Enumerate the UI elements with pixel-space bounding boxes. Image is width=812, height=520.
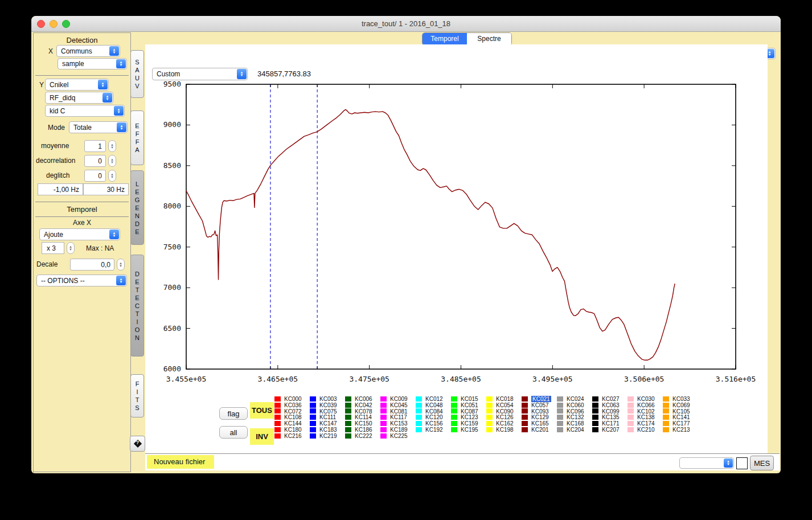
x3-stepper[interactable]: ▲▼ — [67, 242, 75, 254]
legend-item[interactable]: KC174 — [628, 420, 663, 427]
select-stepper-icon[interactable]: ▲▼ — [98, 80, 108, 89]
legend-item[interactable]: KC012 — [416, 396, 451, 402]
select-stepper-icon[interactable]: ▲▼ — [116, 276, 126, 285]
flag-button[interactable]: flag — [219, 407, 248, 420]
select-stepper-icon[interactable]: ▲▼ — [102, 93, 112, 103]
legend-item[interactable]: KC006 — [345, 396, 380, 402]
select-stepper-icon[interactable]: ▲▼ — [724, 458, 733, 468]
legend-item[interactable]: KC018 — [486, 396, 522, 402]
vertical-button-sauv[interactable]: S A U V — [130, 50, 144, 98]
nouveau-fichier-button[interactable]: Nouveau fichier — [147, 455, 214, 469]
legend-item[interactable]: KC171 — [592, 420, 628, 427]
legend-item[interactable]: KC000 — [274, 396, 310, 402]
mes-checkbox[interactable] — [736, 457, 748, 469]
moyenne-stepper[interactable]: ▲▼ — [108, 140, 116, 152]
legend-item[interactable]: KC177 — [663, 420, 698, 427]
legend-item[interactable]: KC111 — [310, 414, 345, 420]
select-stepper-icon[interactable]: ▲▼ — [116, 59, 126, 68]
legend-item[interactable]: KC057 — [522, 402, 557, 408]
legend-item[interactable]: KC087 — [451, 408, 486, 415]
legend-item[interactable]: KC009 — [380, 396, 416, 402]
legend-item[interactable]: KC168 — [557, 420, 592, 427]
decale-field[interactable]: 0,0 — [70, 259, 114, 271]
legend-item[interactable]: KC141 — [663, 414, 698, 420]
decorrelation-field[interactable]: 0 — [84, 155, 106, 167]
legend-item[interactable]: KC144 — [274, 420, 310, 427]
all-button[interactable]: all — [219, 426, 248, 439]
legend-item[interactable]: KC114 — [345, 414, 380, 420]
legend-item[interactable]: KC003 — [310, 396, 345, 402]
legend-item[interactable]: KC117 — [380, 414, 416, 420]
legend-item[interactable]: KC165 — [522, 420, 557, 427]
legend-item[interactable]: KC210 — [628, 427, 663, 433]
legend-item[interactable]: KC222 — [345, 433, 380, 439]
kid-select[interactable]: kid C ▲▼ — [45, 105, 125, 117]
legend-item[interactable]: KC045 — [380, 402, 416, 408]
deglitch-stepper[interactable]: ▲▼ — [108, 170, 116, 182]
legend-item[interactable]: KC150 — [345, 420, 380, 427]
x-variable-select[interactable]: Communs ▲▼ — [56, 45, 120, 57]
legend-item[interactable]: KC093 — [522, 408, 557, 415]
legend-item[interactable]: KC081 — [380, 408, 416, 415]
vertical-button-fits[interactable]: F I T S — [130, 374, 144, 417]
legend-item[interactable]: KC216 — [274, 433, 310, 439]
legend-item[interactable]: KC036 — [274, 402, 310, 408]
legend-item[interactable]: KC123 — [451, 414, 486, 420]
legend-item[interactable]: KC183 — [310, 427, 345, 433]
y-subvariable-select[interactable]: RF_didq ▲▼ — [45, 92, 113, 104]
select-stepper-icon[interactable]: ▲▼ — [109, 230, 119, 239]
legend-item[interactable]: KC099 — [592, 408, 628, 415]
vertical-button-legende[interactable]: L E G E N D E — [130, 170, 144, 245]
help-diamond-button[interactable] — [130, 436, 145, 452]
legend-item[interactable]: KC039 — [310, 402, 345, 408]
legend-item[interactable]: KC033 — [663, 396, 698, 402]
legend-item[interactable]: KC198 — [486, 427, 522, 433]
legend-item[interactable]: KC108 — [274, 414, 310, 420]
legend-item[interactable]: KC126 — [486, 414, 522, 420]
legend-item[interactable]: KC027 — [592, 396, 628, 402]
legend-item[interactable]: KC030 — [628, 396, 663, 402]
tab-spectre[interactable]: Spectre — [467, 33, 511, 45]
legend-item[interactable]: KC153 — [380, 420, 416, 427]
select-stepper-icon[interactable]: ▲▼ — [237, 69, 247, 79]
plot-canvas[interactable]: 3.455e+053.465e+053.475e+053.485e+053.49… — [145, 79, 766, 435]
legend-item[interactable]: KC162 — [486, 420, 522, 427]
legend-item[interactable]: KC048 — [416, 402, 451, 408]
ajoute-select[interactable]: Ajoute ▲▼ — [39, 228, 120, 240]
legend-item[interactable]: KC084 — [416, 408, 451, 415]
mode-select[interactable]: Totale ▲▼ — [69, 121, 128, 133]
legend-item[interactable]: KC201 — [522, 427, 557, 433]
legend-item[interactable]: KC225 — [380, 433, 416, 439]
tab-temporel[interactable]: Temporel — [423, 33, 467, 45]
decorrelation-stepper[interactable]: ▲▼ — [108, 155, 116, 167]
y-variable-select[interactable]: Cnikel ▲▼ — [45, 79, 109, 91]
select-stepper-icon[interactable]: ▲▼ — [117, 122, 126, 132]
legend-item[interactable]: KC207 — [592, 427, 628, 433]
legend-item[interactable]: KC195 — [451, 427, 486, 433]
options-select[interactable]: -- OPTIONS -- ▲▼ — [36, 275, 127, 286]
legend-item[interactable]: KC096 — [557, 408, 592, 415]
legend-item[interactable]: KC078 — [345, 408, 380, 415]
legend-item[interactable]: KC186 — [345, 427, 380, 433]
freq-high-field[interactable]: 30 Hz — [83, 183, 129, 195]
freq-low-field[interactable]: -1,00 Hz — [38, 183, 83, 195]
moyenne-field[interactable]: 1 — [84, 140, 106, 152]
legend-item[interactable]: KC024 — [557, 396, 592, 402]
legend-item[interactable]: KC219 — [310, 433, 345, 439]
legend-item[interactable]: KC189 — [380, 427, 416, 433]
legend-item[interactable]: KC090 — [486, 408, 522, 415]
x3-field[interactable]: x 3 — [42, 242, 64, 254]
legend-item[interactable]: KC213 — [663, 427, 698, 433]
legend-item[interactable]: KC180 — [274, 427, 310, 433]
legend-item[interactable]: KC129 — [522, 414, 557, 420]
legend-item[interactable]: KC066 — [628, 402, 663, 408]
tous-button[interactable]: TOUS — [250, 402, 274, 419]
deglitch-field[interactable]: 0 — [84, 170, 106, 182]
legend-item[interactable]: KC054 — [486, 402, 522, 408]
legend-item[interactable]: KC120 — [416, 414, 451, 420]
legend-item[interactable]: KC060 — [557, 402, 592, 408]
legend-item[interactable]: KC192 — [416, 427, 451, 433]
select-stepper-icon[interactable]: ▲▼ — [114, 106, 124, 116]
vertical-button-effa[interactable]: E F F A — [130, 110, 144, 165]
legend-item[interactable]: KC105 — [663, 408, 698, 415]
